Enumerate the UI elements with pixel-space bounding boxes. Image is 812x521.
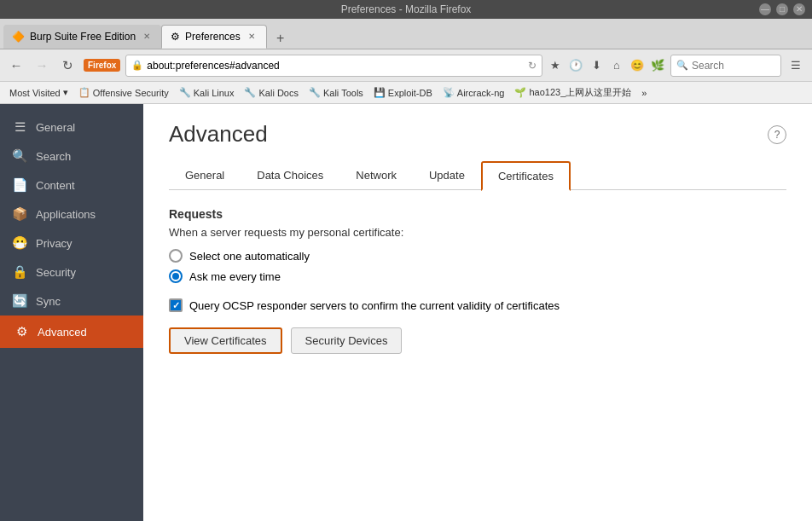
sidebar-privacy-label: Privacy xyxy=(36,237,72,250)
tab-burp[interactable]: 🔶 Burp Suite Free Edition ✕ xyxy=(3,25,161,49)
bookmarks-icon[interactable]: ★ xyxy=(546,56,565,75)
applications-icon: 📦 xyxy=(12,206,27,222)
sidebar-item-general[interactable]: ☰ General xyxy=(0,113,143,142)
radio-auto[interactable]: Select one automatically xyxy=(169,249,786,263)
sidebar-item-sync[interactable]: 🔄 Sync xyxy=(0,287,143,315)
bookmark-aircrack[interactable]: 📡 Aircrack-ng xyxy=(438,85,509,100)
search-sidebar-icon: 🔍 xyxy=(12,148,27,164)
sidebar-general-label: General xyxy=(36,121,75,134)
bookmark-more[interactable]: » xyxy=(637,86,651,100)
address-bar[interactable]: 🔒 ↻ xyxy=(125,55,542,77)
content-icon: 📄 xyxy=(12,177,27,193)
emoji-icon[interactable]: 😊 xyxy=(628,56,647,75)
sidebar-item-privacy[interactable]: 😷 Privacy xyxy=(0,229,143,258)
ocsp-checkbox[interactable] xyxy=(169,298,183,312)
privacy-icon: 😷 xyxy=(12,235,27,251)
firefox-badge: Firefox xyxy=(84,59,120,72)
sidebar-security-label: Security xyxy=(36,266,76,279)
addon-icon[interactable]: 🌿 xyxy=(648,56,667,75)
bookmark-hao123[interactable]: 🌱 hao123_上网从这里开始 xyxy=(510,84,635,101)
download-icon[interactable]: ⬇ xyxy=(587,56,606,75)
view-certificates-button[interactable]: View Certificates xyxy=(169,327,282,354)
bookmark-kali-tools[interactable]: 🔧 Kali Tools xyxy=(304,85,368,100)
kali-linux-label: Kali Linux xyxy=(194,88,235,98)
refresh-icon[interactable]: ↻ xyxy=(528,60,536,72)
help-icon[interactable]: ? xyxy=(768,125,786,144)
general-icon: ☰ xyxy=(12,119,27,135)
content-header: Advanced ? xyxy=(169,121,786,148)
sync-icon: 🔄 xyxy=(12,293,27,309)
tab-burp-label: Burp Suite Free Edition xyxy=(30,31,136,43)
history-icon[interactable]: 🕐 xyxy=(566,56,585,75)
search-icon: 🔍 xyxy=(676,60,688,71)
back-button[interactable]: ← xyxy=(5,55,27,77)
aircrack-label: Aircrack-ng xyxy=(457,88,505,98)
sub-tab-general[interactable]: General xyxy=(169,161,241,189)
security-icon: 🔒 xyxy=(12,264,27,280)
sub-tab-update[interactable]: Update xyxy=(413,161,481,189)
page-title: Advanced xyxy=(169,121,268,148)
kali-docs-label: Kali Docs xyxy=(258,88,298,98)
search-box[interactable]: 🔍 xyxy=(670,55,781,77)
bookmark-exploit-db[interactable]: 💾 Exploit-DB xyxy=(369,85,437,100)
main-layout: ☰ General 🔍 Search 📄 Content 📦 Applicati… xyxy=(0,104,812,521)
sub-tab-certificates[interactable]: Certificates xyxy=(481,161,571,191)
ocsp-checkbox-item[interactable]: Query OCSP responder servers to confirm … xyxy=(169,298,786,312)
search-input[interactable] xyxy=(692,60,775,72)
home-icon[interactable]: ⌂ xyxy=(607,56,626,75)
kali-tools-icon: 🔧 xyxy=(309,87,321,98)
hao123-label: hao123_上网从这里开始 xyxy=(529,86,631,99)
kali-docs-icon: 🔧 xyxy=(244,87,256,98)
tab-burp-close[interactable]: ✕ xyxy=(141,31,153,43)
sidebar-content-label: Content xyxy=(36,179,75,192)
kali-tools-label: Kali Tools xyxy=(323,88,363,98)
bookmark-kali-linux[interactable]: 🔧 Kali Linux xyxy=(175,85,239,100)
tab-preferences[interactable]: ⚙ Preferences ✕ xyxy=(161,25,267,49)
more-bookmarks-icon: » xyxy=(641,88,647,98)
requests-title: Requests xyxy=(169,207,786,221)
most-visited-arrow: ▾ xyxy=(63,87,68,98)
maximize-button[interactable]: □ xyxy=(776,3,788,15)
radio-ask[interactable]: Ask me every time xyxy=(169,269,786,283)
sidebar: ☰ General 🔍 Search 📄 Content 📦 Applicati… xyxy=(0,104,143,521)
ocsp-checkbox-label: Query OCSP responder servers to confirm … xyxy=(189,299,560,312)
tab-preferences-close[interactable]: ✕ xyxy=(246,31,258,43)
sidebar-item-security[interactable]: 🔒 Security xyxy=(0,258,143,287)
sub-tab-network[interactable]: Network xyxy=(339,161,413,189)
sidebar-advanced-label: Advanced xyxy=(38,326,87,339)
sidebar-sync-label: Sync xyxy=(36,295,61,308)
title-bar-text: Preferences - Mozilla Firefox xyxy=(341,3,472,15)
address-input[interactable] xyxy=(147,60,525,72)
requests-desc: When a server requests my personal certi… xyxy=(169,226,786,239)
sidebar-item-content[interactable]: 📄 Content xyxy=(0,171,143,200)
sidebar-item-search[interactable]: 🔍 Search xyxy=(0,142,143,171)
reload-button[interactable]: ↻ xyxy=(56,55,78,77)
close-button[interactable]: ✕ xyxy=(793,3,805,15)
title-bar: Preferences - Mozilla Firefox — □ ✕ xyxy=(0,0,812,19)
menu-button[interactable]: ☰ xyxy=(785,55,807,77)
exploit-db-label: Exploit-DB xyxy=(388,88,432,98)
requests-section: Requests When a server requests my perso… xyxy=(169,207,786,354)
minimize-button[interactable]: — xyxy=(759,3,771,15)
new-tab-button[interactable]: + xyxy=(270,28,291,49)
exploit-db-icon: 💾 xyxy=(374,87,386,98)
forward-button[interactable]: → xyxy=(31,55,53,77)
window-controls[interactable]: — □ ✕ xyxy=(759,3,805,15)
bookmark-most-visited[interactable]: Most Visited ▾ xyxy=(5,85,72,100)
radio-auto-circle[interactable] xyxy=(169,249,183,263)
hao123-icon: 🌱 xyxy=(514,87,526,98)
tab-bar: 🔶 Burp Suite Free Edition ✕ ⚙ Preference… xyxy=(0,19,812,49)
security-devices-button[interactable]: Security Devices xyxy=(291,327,403,354)
radio-ask-circle[interactable] xyxy=(169,269,183,283)
sidebar-search-label: Search xyxy=(36,150,71,163)
aircrack-icon: 📡 xyxy=(443,87,455,98)
tab-preferences-label: Preferences xyxy=(185,31,241,43)
sidebar-item-applications[interactable]: 📦 Applications xyxy=(0,200,143,229)
sub-tab-data-choices[interactable]: Data Choices xyxy=(241,161,339,189)
lock-icon: 🔒 xyxy=(131,60,143,71)
bookmark-offensive-security[interactable]: 📋 Offensive Security xyxy=(74,85,173,100)
bookmark-kali-docs[interactable]: 🔧 Kali Docs xyxy=(240,85,302,100)
sidebar-item-advanced[interactable]: ⚙ Advanced xyxy=(0,315,143,348)
offensive-security-label: Offensive Security xyxy=(93,88,169,98)
nav-bar: ← → ↻ Firefox 🔒 ↻ ★ 🕐 ⬇ ⌂ 😊 🌿 🔍 ☰ xyxy=(0,49,812,82)
